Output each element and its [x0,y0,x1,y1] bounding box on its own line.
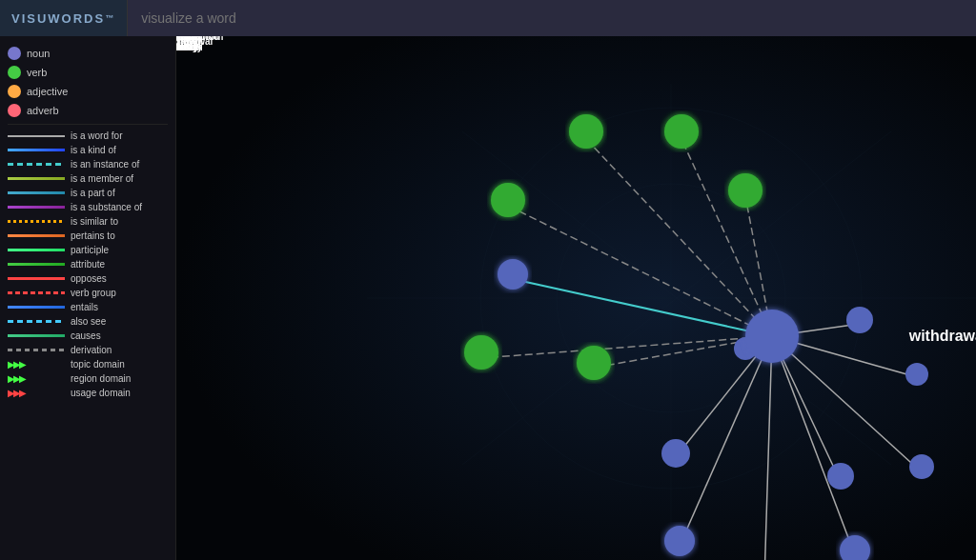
adjective-label: adjective [27,86,68,97]
node-noun-symptom[interactable] [664,526,695,556]
region-domain-arrows: ▶▶▶ [8,374,65,384]
legend-topic-domain: ▶▶▶ topic domain [0,357,175,371]
legend-also-see: also see [0,314,175,329]
logo-tm: ™ [105,13,115,23]
opposes-line [8,277,65,280]
topic-domain-label: topic domain [71,359,125,370]
verb-group-label: verb group [71,288,116,298]
legend-part-of: is a part of [0,186,175,200]
legend-participle: participle [0,243,175,257]
legend-word-for: is a word for [0,129,175,143]
logo: VISUWORDS™ [0,0,128,36]
substance-of-line [8,206,65,209]
kind-of-line [8,149,65,151]
legend-causes: causes [0,329,175,343]
legend-region-domain: ▶▶▶ region domain [0,371,175,386]
legend-similar-to: is similar to [0,214,175,229]
legend-pertains-to: pertains to [0,229,175,243]
adverb-label: adverb [27,105,59,116]
node-noun-backdown[interactable] [846,307,873,333]
region-domain-label: region domain [71,373,131,384]
topic-domain-arrows: ▶▶▶ [8,360,65,370]
word-for-label: is a word for [71,130,122,141]
word-for-line [8,135,65,137]
graph-svg [176,36,976,560]
similar-to-label: is similar to [71,216,118,227]
node-verb-5[interactable] [464,335,498,370]
attribute-label: attribute [71,259,105,270]
legend-verb-group: verb group [0,286,175,300]
entails-line [8,306,65,309]
noun-dot [8,47,21,60]
member-of-label: is a member of [71,173,133,184]
sidebar: noun verb adjective adverb is a word for… [0,36,176,560]
part-of-label: is a part of [71,188,115,198]
legend-derivation: derivation [0,343,175,357]
causes-label: causes [71,330,101,341]
node-verb-4[interactable] [491,183,525,217]
verb-group-line [8,291,65,294]
causes-line [8,334,65,337]
legend-adverb: adverb [0,101,175,120]
adverb-dot [8,104,21,117]
legend-entails: entails [0,300,175,314]
substance-of-label: is a substance of [71,202,142,212]
graph-canvas[interactable]: withdrawal withdrawretreatpull away retr… [176,36,976,560]
legend-noun: noun [0,44,175,63]
adjective-dot [8,85,21,98]
pertains-to-label: pertains to [71,230,115,241]
member-of-line [8,177,65,180]
node-verb-2[interactable] [664,114,699,149]
legend-attribute: attribute [0,257,175,271]
node-noun-departure[interactable] [498,259,528,290]
node-noun-secession[interactable] [661,439,690,468]
instance-of-label: is an instance of [71,159,139,170]
main-area: noun verb adjective adverb is a word for… [0,36,976,560]
verb-dot [8,66,21,79]
search-input[interactable] [128,0,976,36]
also-see-label: also see [71,316,106,327]
derivation-label: derivation [71,345,112,355]
central-node[interactable] [745,310,799,363]
part-of-line [8,191,65,194]
node-noun-detachment[interactable] [909,454,934,479]
usage-domain-label: usage domain [71,388,131,398]
participle-line [8,249,65,251]
participle-label: participle [71,245,109,255]
legend-adjective: adjective [0,82,175,101]
node-noun-coitus[interactable] [827,463,854,490]
node-verb-3[interactable] [728,173,762,208]
legend-instance-of: is an instance of [0,157,175,171]
legend-verb: verb [0,63,175,82]
kind-of-label: is a kind of [71,145,116,155]
entails-label: entails [71,302,98,312]
verb-label: verb [27,67,47,78]
logo-text: VISUWORDS [11,11,105,26]
legend-member-of: is a member of [0,171,175,186]
search-bar[interactable] [128,0,976,36]
node-verb-1[interactable] [569,114,603,149]
instance-of-line [8,163,65,166]
legend-usage-domain: ▶▶▶ usage domain [0,386,175,400]
node-verb-6[interactable] [577,346,611,380]
opposes-label: opposes [71,273,107,284]
derivation-line [8,349,65,351]
legend-kind-of: is a kind of [0,143,175,157]
legend-opposes: opposes [0,271,175,286]
header: VISUWORDS™ [0,0,976,36]
node-noun-far-right[interactable] [905,363,928,386]
legend-substance-of: is a substance of [0,200,175,214]
usage-domain-arrows: ▶▶▶ [8,389,65,398]
pertains-to-line [8,234,65,237]
noun-label: noun [27,48,50,59]
similar-to-line [8,220,65,223]
also-see-line [8,320,65,323]
attribute-line [8,263,65,266]
